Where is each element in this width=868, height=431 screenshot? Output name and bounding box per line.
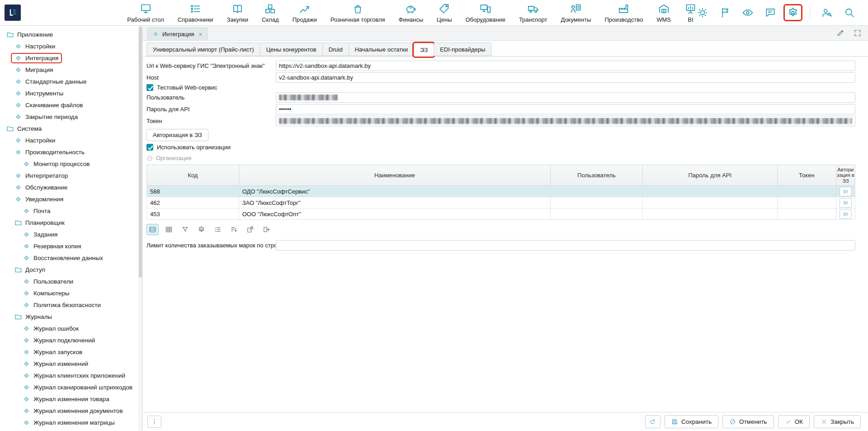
use-orgs-checkbox[interactable]	[146, 144, 153, 151]
topbar-item-stock[interactable]: Склад	[262, 3, 279, 23]
sidebar-item-file-download[interactable]: Скачивание файлов	[0, 99, 142, 111]
sidebar-item-maintenance[interactable]: Обслуживание	[0, 181, 142, 193]
save-button[interactable]: Сохранить	[665, 415, 718, 428]
app-logo[interactable]	[0, 0, 25, 25]
filter-icon[interactable]	[179, 224, 191, 235]
org-row[interactable]: 462ЗАО "ЛюксСофтТорг"	[147, 197, 855, 208]
org-code-cell[interactable]: 588	[147, 186, 239, 197]
tab-integration[interactable]: Интеграция ×	[147, 28, 208, 40]
limit-input[interactable]	[276, 240, 855, 251]
org-empty-cell[interactable]	[642, 186, 777, 197]
sidebar-item-performance[interactable]: Производительность	[0, 146, 142, 158]
org-code-cell[interactable]: 462	[147, 197, 239, 208]
more-actions-button[interactable]: ⋮	[147, 416, 161, 428]
org-row[interactable]: 588ОДО "ЛюксСофтСервис"	[147, 186, 855, 197]
topbar-item-equipment[interactable]: Оборудование	[465, 3, 505, 23]
sidebar-item-log-document-changes[interactable]: Журнал изменения документов	[0, 405, 142, 417]
sidebar-item-log-client-apps[interactable]: Журнал клиентских приложений	[0, 369, 142, 381]
sidebar-item-mail[interactable]: Почта	[0, 205, 142, 217]
open-external-icon[interactable]	[244, 224, 256, 235]
sidebar-item-users[interactable]: Пользователи	[0, 275, 142, 287]
expand-icon[interactable]	[854, 29, 862, 37]
sidebar-item-tools[interactable]: Инструменты	[0, 87, 142, 99]
sidebar-item-log-launches[interactable]: Журнал запусков	[0, 346, 142, 358]
export-icon[interactable]	[260, 224, 273, 235]
sidebar-item-migration[interactable]: Миграция	[0, 64, 142, 76]
sidebar-item-log-barcode-scans[interactable]: Журнал сканирований штрихкодов	[0, 381, 142, 393]
refresh-button[interactable]	[645, 415, 660, 428]
topbar-item-catalogs[interactable]: Справочники	[178, 3, 213, 23]
user-input[interactable]	[276, 92, 855, 103]
topbar-item-desktop[interactable]: Рабочий стол	[127, 3, 164, 23]
topbar-item-sales[interactable]: Продажи	[292, 3, 317, 23]
topbar-item-wms[interactable]: WMS	[656, 3, 671, 23]
org-code-cell[interactable]: 453	[147, 208, 239, 220]
org-name-cell[interactable]: ЗАО "ЛюксСофтТорг"	[239, 197, 550, 208]
sidebar-item-integration[interactable]: Интеграция	[0, 52, 142, 64]
sidebar-item-access[interactable]: Доступ	[0, 264, 142, 275]
edit-pencil-icon[interactable]	[836, 29, 844, 37]
topbar-item-retail[interactable]: Розничная торговля	[330, 3, 385, 23]
feedback-icon[interactable]	[764, 7, 776, 19]
close-button[interactable]: Закрыть	[814, 415, 861, 428]
sidebar-item-log-matrix-changes[interactable]: Журнал изменения матрицы	[0, 417, 142, 428]
sidebar-item-backup[interactable]: Резервная копия	[0, 240, 142, 252]
org-empty-cell[interactable]	[777, 197, 836, 208]
sidebar-item-restore[interactable]: Восстановление данных	[0, 252, 142, 264]
topbar-item-production[interactable]: Производство	[604, 3, 643, 23]
org-empty-cell[interactable]	[777, 186, 836, 197]
sidebar-item-period-close[interactable]: Закрытие периода	[0, 111, 142, 123]
url-input[interactable]	[276, 61, 855, 71]
sidebar-item-log-changes[interactable]: Журнал изменений	[0, 358, 142, 369]
user-icon[interactable]	[821, 7, 833, 19]
sidebar-item-app[interactable]: Приложение	[0, 28, 142, 40]
sidebar-item-log-product-changes[interactable]: Журнал изменения товара	[0, 393, 142, 405]
sidebar-item-log-errors[interactable]: Журнал ошибок	[0, 322, 142, 334]
sidebar-item-system[interactable]: Система	[0, 123, 142, 134]
sidebar-item-interpreter[interactable]: Интерпретатор	[0, 170, 142, 181]
collapse-icon[interactable]	[146, 155, 153, 161]
sidebar-item-sys-settings[interactable]: Настройки	[0, 134, 142, 146]
sidebar-item-log-connections[interactable]: Журнал подключений	[0, 334, 142, 346]
org-name-cell[interactable]: ОДО "ЛюксСофтСервис"	[239, 186, 550, 197]
password-input[interactable]	[276, 104, 855, 114]
list-icon[interactable]	[212, 224, 224, 235]
org-empty-cell[interactable]	[777, 208, 836, 220]
org-empty-cell[interactable]	[551, 186, 643, 197]
org-empty-cell[interactable]	[642, 197, 777, 208]
table-settings-icon[interactable]	[195, 224, 208, 235]
search-icon[interactable]	[844, 7, 855, 19]
topbar-item-finance[interactable]: Финансы	[399, 3, 424, 23]
topbar-item-transport[interactable]: Транспорт	[519, 3, 547, 23]
theme-icon[interactable]	[697, 7, 708, 19]
authorize-row-button[interactable]	[840, 209, 852, 219]
authorize-ez-button[interactable]: Авторизация в ЭЗ	[146, 129, 208, 141]
subtab-universal-import[interactable]: Универсальный импорт (Прайс-лист)	[146, 43, 260, 56]
sort-icon[interactable]	[228, 224, 240, 235]
org-empty-cell[interactable]	[551, 197, 643, 208]
topbar-item-purchases[interactable]: Закупки	[227, 3, 248, 23]
topbar-item-bi[interactable]: BI	[684, 3, 697, 23]
org-empty-cell[interactable]	[642, 208, 777, 220]
host-input[interactable]	[276, 72, 855, 83]
cancel-button[interactable]: Отменить	[722, 415, 774, 428]
org-row[interactable]: 453ООО "ЛюксСофтОпт"	[147, 208, 855, 220]
scrollbar-thumb[interactable]	[139, 27, 142, 278]
sidebar-item-standard-data[interactable]: Стандартные данные	[0, 76, 142, 87]
ok-button[interactable]: ОК	[778, 415, 810, 428]
subtab-druid[interactable]: Druid	[323, 43, 349, 56]
sidebar-scrollbar[interactable]	[138, 26, 142, 431]
org-empty-cell[interactable]	[551, 208, 643, 220]
sidebar-item-security-policy[interactable]: Политика безопасности	[0, 299, 142, 311]
view-rows-icon[interactable]	[146, 224, 159, 235]
sidebar-item-app-settings[interactable]: Настройки	[0, 40, 142, 52]
sidebar-item-logs[interactable]: Журналы	[0, 311, 142, 322]
authorize-row-button[interactable]	[840, 198, 852, 208]
subtab-competitor-prices[interactable]: Цены конкурентов	[260, 43, 323, 56]
org-name-cell[interactable]: ООО "ЛюксСофтОпт"	[239, 208, 550, 220]
flag-icon[interactable]	[719, 7, 731, 19]
topbar-item-prices[interactable]: Цены	[437, 3, 452, 23]
view-table-icon[interactable]	[163, 224, 175, 235]
sidebar-item-notifications[interactable]: Уведомления	[0, 193, 142, 205]
topbar-item-documents[interactable]: Документы	[561, 3, 591, 23]
